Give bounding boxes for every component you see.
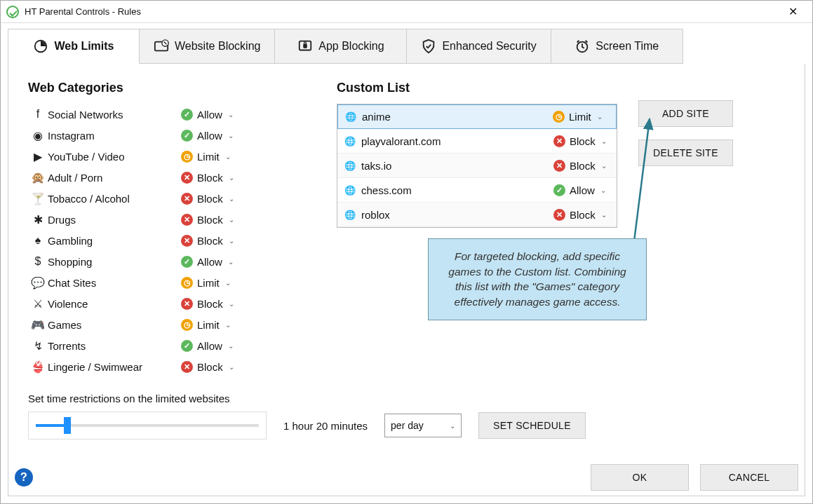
titlebar: HT Parental Controls - Rules ✕ [1, 1, 812, 23]
shopping-icon: $ [28, 255, 48, 268]
instagram-icon: ◉ [28, 129, 48, 142]
tab-label: Enhanced Security [442, 40, 536, 53]
limit-icon: ◷ [181, 319, 193, 331]
web-categories-heading: Web Categories [28, 81, 309, 95]
status-select[interactable]: ✕Block⌄ [181, 235, 237, 247]
set-schedule-button[interactable]: SET SCHEDULE [478, 412, 586, 439]
category-label: Drugs [48, 214, 181, 226]
status-text: Block [197, 361, 223, 373]
chevron-down-icon: ⌄ [601, 162, 607, 170]
category-row: ♠Gambling✕Block⌄ [28, 230, 309, 251]
block-icon: ✕ [181, 193, 193, 205]
tab-enhanced-security[interactable]: Enhanced Security [407, 29, 551, 64]
add-site-button[interactable]: ADD SITE [638, 100, 733, 127]
category-label: Chat Sites [48, 277, 181, 289]
status-select[interactable]: ✓Allow⌄ [181, 130, 237, 142]
status-text: Block [197, 193, 223, 205]
status-text: Limit [569, 111, 591, 123]
status-text: Block [570, 135, 596, 147]
status-text: Block [570, 160, 596, 172]
custom-list-row[interactable]: 🌐anime◷Limit⌄ [337, 104, 617, 129]
status-select[interactable]: ✕Block⌄ [553, 209, 610, 221]
tab-label: App Blocking [318, 40, 384, 53]
limit-icon: ◷ [181, 151, 193, 163]
period-select[interactable]: per day ⌄ [384, 414, 462, 437]
block-icon: ✕ [553, 135, 565, 147]
status-select[interactable]: ✓Allow⌄ [181, 340, 237, 352]
site-name: roblox [361, 209, 553, 221]
status-select[interactable]: ◷Limit⌄ [181, 319, 237, 331]
status-select[interactable]: ✓Allow⌄ [553, 184, 610, 196]
category-label: Games [48, 319, 181, 331]
tab-label: Web Limits [54, 40, 114, 53]
cancel-button[interactable]: CANCEL [700, 464, 798, 491]
chat-icon: 💬 [28, 276, 48, 290]
app-blocking-icon [297, 39, 313, 54]
tab-app-blocking[interactable]: App Blocking [275, 29, 407, 64]
block-icon: ✕ [553, 160, 565, 172]
category-row: 👙Lingerie / Swimwear✕Block⌄ [28, 356, 309, 377]
category-label: Tobacco / Alcohol [48, 193, 181, 205]
period-value: per day [391, 420, 424, 431]
status-select[interactable]: ◷Limit⌄ [553, 111, 609, 123]
custom-list-row[interactable]: 🌐taks.io✕Block⌄ [337, 154, 617, 178]
chevron-down-icon: ⌄ [597, 113, 603, 121]
status-select[interactable]: ✕Block⌄ [553, 135, 610, 147]
torrents-icon: ↯ [28, 339, 48, 353]
violence-icon: ⚔ [28, 297, 48, 311]
status-select[interactable]: ✓Allow⌄ [181, 256, 237, 268]
chevron-down-icon: ⌄ [228, 342, 234, 350]
category-row: 🙊Adult / Porn✕Block⌄ [28, 167, 309, 188]
block-icon: ✕ [181, 214, 193, 226]
category-row: ⚔Violence✕Block⌄ [28, 293, 309, 314]
window-title: HT Parental Controls - Rules [25, 6, 779, 17]
lingerie-icon: 👙 [28, 360, 48, 374]
category-row: ↯Torrents✓Allow⌄ [28, 335, 309, 356]
status-select[interactable]: ✕Block⌄ [181, 172, 237, 184]
category-label: Violence [48, 298, 181, 310]
website-blocking-icon [154, 39, 169, 54]
youtube-icon: ▶ [28, 150, 48, 163]
tab-web-limits[interactable]: Web Limits [8, 29, 140, 64]
status-select[interactable]: ◷Limit⌄ [181, 151, 237, 163]
status-select[interactable]: ✓Allow⌄ [181, 109, 237, 121]
status-select[interactable]: ✕Block⌄ [181, 214, 237, 226]
category-label: Torrents [48, 340, 181, 352]
help-button[interactable]: ? [15, 468, 33, 486]
tab-screen-time[interactable]: Screen Time [551, 29, 683, 64]
limit-icon: ◷ [181, 277, 193, 289]
status-select[interactable]: ✕Block⌄ [181, 298, 237, 310]
tab-panel: Web Categories fSocial Networks✓Allow⌄◉I… [8, 64, 805, 496]
ok-button[interactable]: OK [591, 464, 689, 491]
custom-list-heading: Custom List [337, 81, 785, 95]
custom-list-row[interactable]: 🌐chess.com✓Allow⌄ [337, 178, 617, 203]
slider-thumb[interactable] [64, 417, 71, 434]
limit-icon: ◷ [553, 111, 565, 123]
site-name: playvalorant.com [361, 135, 553, 147]
chevron-down-icon: ⌄ [229, 237, 234, 245]
time-slider[interactable] [28, 411, 267, 440]
category-row: $Shopping✓Allow⌄ [28, 251, 309, 272]
status-select[interactable]: ✕Block⌄ [181, 193, 237, 205]
custom-list-row[interactable]: 🌐playvalorant.com✕Block⌄ [337, 129, 617, 154]
status-text: Block [197, 214, 223, 226]
custom-list-row[interactable]: 🌐roblox✕Block⌄ [337, 203, 617, 227]
close-button[interactable]: ✕ [779, 2, 807, 22]
status-select[interactable]: ✕Block⌄ [553, 160, 610, 172]
block-icon: ✕ [181, 172, 193, 184]
allow-icon: ✓ [181, 340, 193, 352]
category-row: 🍸Tobacco / Alcohol✕Block⌄ [28, 188, 309, 209]
delete-site-button[interactable]: DELETE SITE [638, 139, 733, 166]
chevron-down-icon: ⌄ [228, 111, 234, 118]
category-label: YouTube / Video [48, 151, 181, 163]
tab-website-blocking[interactable]: Website Blocking [140, 29, 275, 64]
status-select[interactable]: ✕Block⌄ [181, 361, 237, 373]
site-name: chess.com [361, 184, 553, 196]
screen-time-icon [575, 39, 590, 54]
status-text: Limit [197, 319, 220, 331]
chevron-down-icon: ⌄ [450, 422, 455, 430]
chevron-down-icon: ⌄ [228, 132, 234, 139]
chevron-down-icon: ⌄ [601, 211, 607, 219]
status-select[interactable]: ◷Limit⌄ [181, 277, 237, 289]
category-label: Instagram [48, 130, 181, 142]
